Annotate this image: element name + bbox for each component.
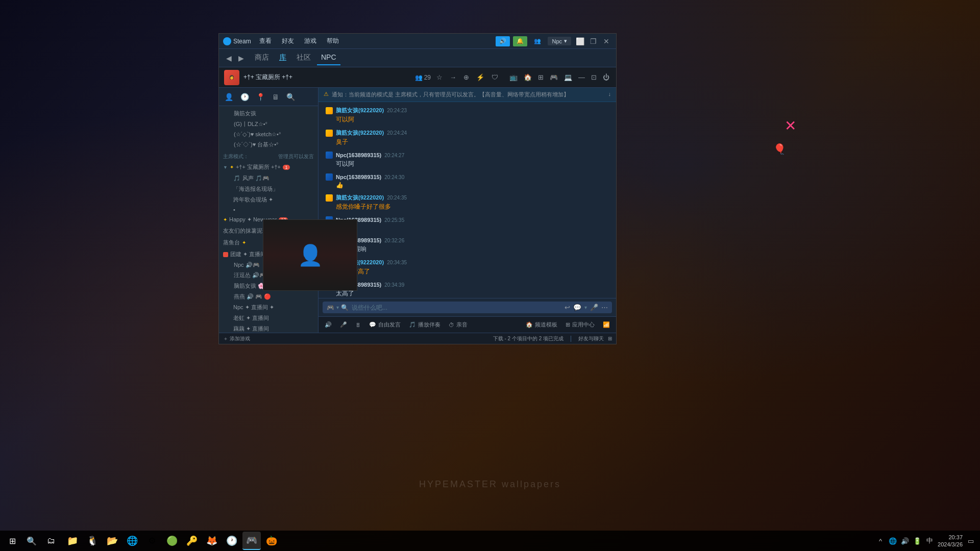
tb-app8[interactable]: 🔑 [183, 532, 201, 550]
tray-battery[interactable]: 🔋 [912, 536, 922, 546]
minimize-btn[interactable]: ⬜ [574, 36, 585, 47]
live-npc[interactable]: Npc ✦ 直播间 ✦ [219, 302, 318, 313]
bookmark-icon[interactable]: ☆ [435, 72, 444, 83]
tray-ime[interactable]: 中 [924, 536, 935, 546]
search-button[interactable]: 🔍 [23, 533, 40, 549]
back-btn[interactable]: ◀ [223, 53, 234, 64]
location-tool[interactable]: 📍 [255, 91, 266, 103]
live-ouou[interactable]: 藕藕 ✦ 直播间 [219, 323, 318, 333]
home-icon[interactable]: 🏠 [522, 72, 533, 83]
tb-app7[interactable]: 🟢 [163, 532, 181, 550]
more-btn[interactable]: ⋯ [601, 304, 608, 311]
share-icon[interactable]: → [448, 72, 458, 83]
notice-dismiss[interactable]: ↓ [608, 91, 611, 97]
dropdown-arrow[interactable]: ▾ [336, 305, 339, 310]
ch-kuanian[interactable]: 跨年歌会现场 ✦ [219, 194, 318, 205]
music-tool[interactable]: 🎵 播放伴奏 [407, 320, 443, 330]
tb-app6[interactable]: ⚙ [143, 532, 161, 550]
timer-tool[interactable]: ⏱ 亲音 [447, 320, 470, 330]
mention-arrow[interactable]: ▾ [584, 305, 587, 310]
tb-explorer[interactable]: 📁 [63, 532, 82, 550]
invite-icon[interactable]: ⊕ [462, 72, 471, 83]
mixer-tool[interactable]: 🎚 [353, 321, 363, 329]
npc-user-btn[interactable]: Npc ▾ [548, 37, 571, 45]
shield-icon[interactable]: 🛡 [490, 72, 500, 83]
show-desktop[interactable]: ▭ [966, 536, 976, 546]
settings-icon[interactable]: ⚡ [475, 72, 486, 83]
tab-store[interactable]: 商店 [251, 51, 273, 65]
reply-btn[interactable]: ↩ [565, 304, 570, 311]
user-yanyan[interactable]: 燕燕 🔊 🎮 🔴 [219, 291, 318, 302]
clock-tool[interactable]: 🕐 [239, 91, 251, 103]
close-btn[interactable]: ✕ [601, 36, 612, 47]
taskbar-apps: 📁 🐧 📂 🌐 ⚙ 🟢 🔑 🦊 🕐 🎮 🎃 [63, 532, 871, 550]
menu-friends[interactable]: 好友 [280, 36, 296, 46]
bubble-icon: 💬 [369, 321, 376, 328]
titlebar-right: 🔊 🔔 👥 Npc ▾ ⬜ ❐ ✕ [496, 36, 612, 47]
friends-btn[interactable]: 👥 [530, 36, 545, 46]
message-input[interactable] [352, 304, 561, 311]
task-view-button[interactable]: 🗂 [43, 533, 59, 549]
forward-btn[interactable]: ▶ [235, 53, 247, 64]
app-center-tool[interactable]: ⊞ 应用中心 [564, 320, 597, 330]
user-item-sketch[interactable]: (☆´◇`)♥ sketch☆•° [219, 130, 318, 139]
search-chat-btn[interactable]: 🔍 [341, 304, 349, 311]
tray-volume[interactable]: 🔊 [900, 536, 910, 546]
search-tool[interactable]: 🔍 [285, 91, 297, 103]
tb-steam[interactable]: 🎮 [242, 532, 261, 550]
tb-tencent[interactable]: 🐧 [83, 532, 102, 550]
terminal-icon[interactable]: 💻 [562, 72, 574, 83]
user-item-naojin[interactable]: 脑筋女孩 [219, 108, 318, 119]
tray-expand[interactable]: ^ [875, 536, 886, 546]
ch-dot[interactable]: • [219, 205, 318, 214]
mic-tool[interactable]: 🎤 [338, 320, 349, 329]
grid-icon[interactable]: ⊞ [536, 72, 545, 83]
screen-tool[interactable]: 🖥 [271, 91, 281, 103]
menu-games[interactable]: 游戏 [302, 36, 318, 46]
steam-logo: Steam [223, 37, 251, 45]
tab-community[interactable]: 社区 [292, 51, 315, 65]
channel-template-tool[interactable]: 🏠 频道模板 [524, 320, 559, 330]
volume-tool[interactable]: 🔊 [323, 320, 334, 329]
menu-view[interactable]: 查看 [257, 36, 274, 46]
live-laohong[interactable]: 老虹 ✦ 直播间 [219, 313, 318, 323]
tb-app12[interactable]: 🎃 [262, 532, 281, 550]
free-speech-tool[interactable]: 💬 自由发言 [367, 320, 403, 330]
tab-library[interactable]: 库 [275, 51, 290, 65]
tb-firefox[interactable]: 🦊 [203, 532, 221, 550]
ch-fengsheng[interactable]: 🎵 风声 🎵🎮 [219, 173, 318, 184]
star-icon: ✦ [230, 164, 234, 170]
friends-chat-btn[interactable]: 好友与聊天 [578, 335, 604, 342]
group-header-main[interactable]: ▼ ✦ +†+ 宝藏厕所 +†+ 1 [219, 161, 318, 173]
msg-header: 脑筋女孩(9222020) 20:24:23 [326, 107, 609, 114]
menu-help[interactable]: 帮助 [325, 36, 341, 46]
screen-icon[interactable]: 📺 [508, 72, 519, 83]
tray-network[interactable]: 🌐 [888, 536, 898, 546]
user-item-taiji[interactable]: (☆´◇`)♥ 台基☆•° [219, 139, 318, 150]
msg-time: 20:34:39 [384, 282, 404, 288]
user-tool[interactable]: 👤 [223, 91, 235, 103]
tab-npc[interactable]: NPC [317, 51, 340, 65]
username-taiji: (☆´◇`)♥ 台基☆•° [234, 141, 279, 148]
friends-expand-btn[interactable]: ⊞ [608, 336, 612, 341]
messages-container[interactable]: 脑筋女孩(9222020) 20:24:23 可以阿 脑筋女孩(9222020)… [318, 102, 616, 298]
user-item-dlz[interactable]: (G)丨DLZ☆•° [219, 119, 318, 130]
emoji-btn[interactable]: 🎮 [327, 304, 334, 311]
ch-haixuan[interactable]: 「海选报名现场」 [219, 184, 318, 194]
restore-btn[interactable]: ❐ [587, 36, 599, 47]
tb-app10[interactable]: 🕐 [223, 532, 241, 550]
clock[interactable]: 20:37 2024/3/26 [938, 534, 963, 548]
minus-icon[interactable]: — [577, 72, 586, 83]
mention-btn[interactable]: 💬 [573, 304, 581, 311]
volume-btn[interactable]: 🔊 [496, 36, 510, 46]
gamepad-icon[interactable]: 🎮 [548, 72, 559, 83]
tb-edge[interactable]: 🌐 [123, 532, 141, 550]
add-game-btn[interactable]: ＋ 添加游戏 [223, 335, 250, 342]
power-icon[interactable]: ⏻ [601, 72, 611, 83]
ch-label: 跨年歌会现场 ✦ [233, 196, 273, 204]
start-button[interactable]: ⊞ [4, 533, 20, 549]
notification-btn[interactable]: 🔔 [513, 36, 527, 46]
expand-icon[interactable]: ⊡ [590, 72, 598, 83]
record-btn[interactable]: 🎤 [590, 304, 598, 311]
tb-files[interactable]: 📂 [103, 532, 121, 550]
